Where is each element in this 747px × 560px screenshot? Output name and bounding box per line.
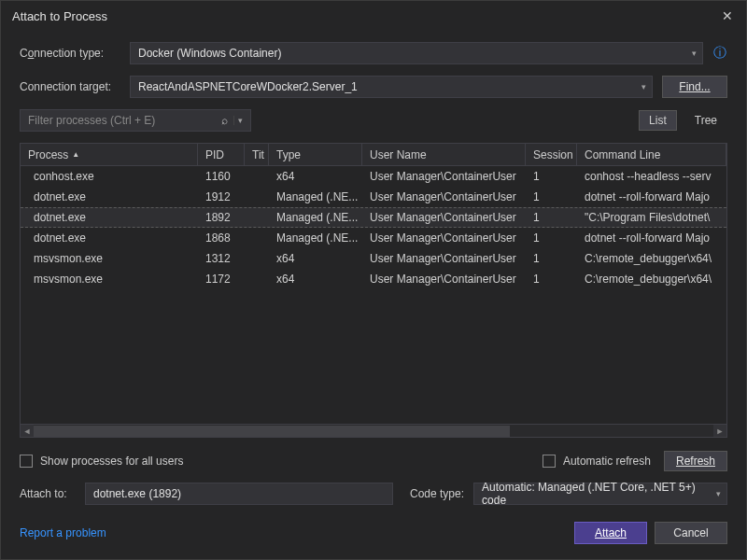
filter-dropdown-icon[interactable]: ▾ xyxy=(233,116,247,125)
table-row[interactable]: dotnet.exe1868Managed (.NE...User Manage… xyxy=(21,228,726,248)
cell-pid: 1160 xyxy=(198,166,245,187)
view-list-button[interactable]: List xyxy=(639,110,677,131)
horizontal-scrollbar[interactable]: ◄ ► xyxy=(21,424,726,437)
view-tree-button[interactable]: Tree xyxy=(684,110,727,131)
col-header-pid[interactable]: PID xyxy=(198,144,245,165)
cell-session: 1 xyxy=(526,228,577,248)
col-header-user[interactable]: User Name xyxy=(362,144,526,165)
connection-target-dropdown[interactable]: ReactAndASPNETCoreWDocker2.Server_1 ▾ xyxy=(130,76,653,98)
view-toggle: List Tree xyxy=(639,110,727,131)
cell-user: User Manager\ContainerUser xyxy=(362,187,526,207)
cell-process: msvsmon.exe xyxy=(21,269,198,289)
chevron-down-icon: ▾ xyxy=(716,489,721,498)
find-button[interactable]: Find... xyxy=(662,76,727,98)
table-row[interactable]: dotnet.exe1892Managed (.NE...User Manage… xyxy=(21,207,726,228)
cell-process: msvsmon.exe xyxy=(21,248,198,269)
sort-asc-icon: ▲ xyxy=(72,150,79,159)
code-type-value: Automatic: Managed (.NET Core, .NET 5+) … xyxy=(482,481,719,507)
options-row: Show processes for all users Automatic r… xyxy=(20,451,727,471)
attach-to-label: Attach to: xyxy=(20,487,76,500)
table-row[interactable]: conhost.exe1160x64User Manager\Container… xyxy=(21,166,726,187)
dialog-title: Attach to Process xyxy=(12,9,107,23)
titlebar: Attach to Process ✕ xyxy=(1,1,746,31)
scroll-left-icon[interactable]: ◄ xyxy=(21,425,34,438)
code-type-label: Code type: xyxy=(410,487,464,500)
cell-user: User Manager\ContainerUser xyxy=(362,166,526,187)
scroll-right-icon[interactable]: ► xyxy=(713,425,726,438)
automatic-refresh-label: Automatic refresh xyxy=(563,455,651,468)
filter-processes-box[interactable]: ⌕ ▾ xyxy=(20,109,251,132)
cell-type: Managed (.NE... xyxy=(269,208,362,227)
footer: Report a problem Attach Cancel xyxy=(1,522,746,559)
cell-title xyxy=(245,248,269,269)
scroll-track[interactable] xyxy=(34,425,713,437)
code-type-dropdown[interactable]: Automatic: Managed (.NET Core, .NET 5+) … xyxy=(473,483,727,505)
footer-buttons: Attach Cancel xyxy=(574,522,727,544)
cell-user: User Manager\ContainerUser xyxy=(362,228,526,248)
connection-type-value: Docker (Windows Container) xyxy=(138,47,281,60)
checkbox-icon[interactable] xyxy=(20,455,33,468)
cell-session: 1 xyxy=(526,166,577,187)
cell-cmd: dotnet --roll-forward Majo xyxy=(577,228,726,248)
grid-header: Process ▲ PID Tit Type User Name Session… xyxy=(21,144,726,166)
attach-to-row: Attach to: dotnet.exe (1892) Code type: … xyxy=(20,483,727,505)
filter-row: ⌕ ▾ List Tree xyxy=(20,109,727,132)
scroll-thumb[interactable] xyxy=(34,426,510,437)
connection-type-dropdown[interactable]: Docker (Windows Container) ▾ xyxy=(130,42,703,64)
table-row[interactable]: msvsmon.exe1172x64User Manager\Container… xyxy=(21,269,726,289)
cell-title xyxy=(245,228,269,248)
show-all-users-label: Show processes for all users xyxy=(40,455,183,468)
checkbox-icon[interactable] xyxy=(543,455,556,468)
refresh-button[interactable]: Refresh xyxy=(664,451,727,471)
filter-input[interactable] xyxy=(28,114,216,127)
cell-type: x64 xyxy=(269,248,362,269)
cell-type: Managed (.NE... xyxy=(269,187,362,207)
connection-target-label: Connection target: xyxy=(20,80,120,93)
cell-pid: 1312 xyxy=(198,248,245,269)
cell-cmd: C:\remote_debugger\x64\ xyxy=(577,248,726,269)
process-grid: Process ▲ PID Tit Type User Name Session… xyxy=(20,143,727,438)
cell-pid: 1912 xyxy=(198,187,245,207)
chevron-down-icon: ▾ xyxy=(641,82,646,91)
automatic-refresh-checkbox[interactable]: Automatic refresh xyxy=(543,455,651,468)
cell-title xyxy=(245,166,269,187)
cell-user: User Manager\ContainerUser xyxy=(362,208,526,227)
cell-type: Managed (.NE... xyxy=(269,228,362,248)
attach-button[interactable]: Attach xyxy=(574,522,647,544)
cancel-button[interactable]: Cancel xyxy=(655,522,727,544)
col-header-process[interactable]: Process ▲ xyxy=(21,144,198,165)
cell-type: x64 xyxy=(269,166,362,187)
table-row[interactable]: dotnet.exe1912Managed (.NE...User Manage… xyxy=(21,187,726,207)
cell-cmd: dotnet --roll-forward Majo xyxy=(577,187,726,207)
cell-process: dotnet.exe xyxy=(21,228,198,248)
cell-title xyxy=(245,208,269,227)
cell-title xyxy=(245,269,269,289)
cell-user: User Manager\ContainerUser xyxy=(362,248,526,269)
cell-pid: 1172 xyxy=(198,269,245,289)
grid-body: conhost.exe1160x64User Manager\Container… xyxy=(21,166,726,424)
connection-type-label: Connection type: xyxy=(20,47,120,60)
attach-to-field[interactable]: dotnet.exe (1892) xyxy=(85,483,393,505)
report-problem-link[interactable]: Report a problem xyxy=(20,526,106,539)
search-icon[interactable]: ⌕ xyxy=(216,114,233,127)
cell-user: User Manager\ContainerUser xyxy=(362,269,526,289)
connection-type-row: Connection type: Docker (Windows Contain… xyxy=(20,42,727,64)
attach-to-process-dialog: Attach to Process ✕ Connection type: Doc… xyxy=(0,0,747,560)
cell-cmd: conhost --headless --serv xyxy=(577,166,726,187)
info-icon[interactable]: ⓘ xyxy=(712,46,727,61)
col-header-title[interactable]: Tit xyxy=(245,144,269,165)
cell-session: 1 xyxy=(526,248,577,269)
dialog-content: Connection type: Docker (Windows Contain… xyxy=(1,31,746,522)
table-row[interactable]: msvsmon.exe1312x64User Manager\Container… xyxy=(21,248,726,269)
show-all-users-checkbox[interactable]: Show processes for all users xyxy=(20,455,183,468)
col-header-cmd[interactable]: Command Line xyxy=(577,144,726,165)
close-icon[interactable]: ✕ xyxy=(720,8,735,23)
cell-cmd: "C:\Program Files\dotnet\ xyxy=(577,208,726,227)
cell-type: x64 xyxy=(269,269,362,289)
col-header-type[interactable]: Type xyxy=(269,144,362,165)
cell-session: 1 xyxy=(526,187,577,207)
cell-process: conhost.exe xyxy=(21,166,198,187)
cell-pid: 1868 xyxy=(198,228,245,248)
cell-process: dotnet.exe xyxy=(21,187,198,207)
col-header-session[interactable]: Session xyxy=(526,144,577,165)
